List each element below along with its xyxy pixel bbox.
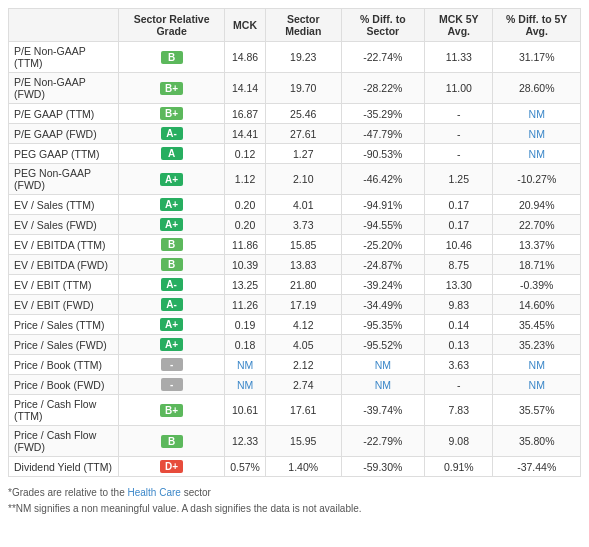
grade-badge: A+ — [160, 338, 183, 351]
grade-badge: A+ — [160, 198, 183, 211]
table-row: P/E GAAP (FWD)A-14.4127.61-47.79%-NM — [9, 124, 581, 144]
grade-cell: - — [119, 355, 225, 375]
metric-name: PEG Non-GAAP (FWD) — [9, 164, 119, 195]
diff-sector: -24.87% — [341, 255, 425, 275]
metric-name: EV / Sales (FWD) — [9, 215, 119, 235]
diff-sector: -22.74% — [341, 42, 425, 73]
diff-sector: -39.74% — [341, 395, 425, 426]
grade-badge: B — [161, 435, 183, 448]
sector-median: 25.46 — [265, 104, 341, 124]
grade-badge: A- — [161, 298, 183, 311]
diff-sector: -28.22% — [341, 73, 425, 104]
grade-cell: B — [119, 235, 225, 255]
grade-badge: B — [161, 51, 183, 64]
sector-median: 4.12 — [265, 315, 341, 335]
grade-cell: A- — [119, 275, 225, 295]
grade-badge: A- — [161, 127, 183, 140]
mck-5y-avg: 7.83 — [425, 395, 493, 426]
metric-name: Price / Book (FWD) — [9, 375, 119, 395]
diff-5y-avg: 18.71% — [493, 255, 581, 275]
table-row: Dividend Yield (TTM)D+0.57%1.40%-59.30%0… — [9, 457, 581, 477]
grade-badge: B+ — [160, 404, 183, 417]
metric-name: P/E GAAP (FWD) — [9, 124, 119, 144]
mck-5y-avg: 3.63 — [425, 355, 493, 375]
mck-5y-avg: 0.17 — [425, 215, 493, 235]
mck-5y-avg: 10.46 — [425, 235, 493, 255]
grade-cell: B+ — [119, 73, 225, 104]
col-header-mck: MCK — [225, 9, 266, 42]
mck-value: 0.20 — [225, 215, 266, 235]
grade-badge: D+ — [160, 460, 183, 473]
diff-sector: -47.79% — [341, 124, 425, 144]
table-row: EV / EBIT (FWD)A-11.2617.19-34.49%9.8314… — [9, 295, 581, 315]
sector-median: 17.61 — [265, 395, 341, 426]
diff-sector: NM — [341, 375, 425, 395]
sector-median: 1.27 — [265, 144, 341, 164]
table-row: Price / Sales (FWD)A+0.184.05-95.52%0.13… — [9, 335, 581, 355]
table-row: EV / EBITDA (FWD)B10.3913.83-24.87%8.751… — [9, 255, 581, 275]
mck-value: 0.20 — [225, 195, 266, 215]
mck-5y-avg: 0.13 — [425, 335, 493, 355]
sector-median: 13.83 — [265, 255, 341, 275]
diff-sector: -90.53% — [341, 144, 425, 164]
diff-5y-avg: 13.37% — [493, 235, 581, 255]
mck-5y-avg: 9.83 — [425, 295, 493, 315]
table-row: EV / EBIT (TTM)A-13.2521.80-39.24%13.30-… — [9, 275, 581, 295]
grade-badge: A+ — [160, 318, 183, 331]
table-row: Price / Cash Flow (FWD)B12.3315.95-22.79… — [9, 426, 581, 457]
table-row: PEG GAAP (TTM)A0.121.27-90.53%-NM — [9, 144, 581, 164]
mck-5y-avg: 8.75 — [425, 255, 493, 275]
diff-5y-avg: 28.60% — [493, 73, 581, 104]
table-row: Price / Book (FWD)-NM2.74NM-NM — [9, 375, 581, 395]
grade-cell: B — [119, 426, 225, 457]
grade-badge: B — [161, 258, 183, 271]
mck-5y-avg: 0.14 — [425, 315, 493, 335]
diff-5y-avg: 20.94% — [493, 195, 581, 215]
diff-sector: -39.24% — [341, 275, 425, 295]
grade-cell: A+ — [119, 335, 225, 355]
metric-name: P/E Non-GAAP (FWD) — [9, 73, 119, 104]
metric-name: Price / Cash Flow (TTM) — [9, 395, 119, 426]
grade-badge: - — [161, 358, 183, 371]
metric-name: EV / EBITDA (FWD) — [9, 255, 119, 275]
valuation-table: Sector Relative Grade MCK Sector Median … — [8, 8, 581, 477]
mck-5y-avg: - — [425, 144, 493, 164]
table-row: Price / Book (TTM)-NM2.12NM3.63NM — [9, 355, 581, 375]
mck-value: NM — [225, 375, 266, 395]
mck-value: 14.14 — [225, 73, 266, 104]
mck-5y-avg: 11.00 — [425, 73, 493, 104]
diff-5y-avg: 35.45% — [493, 315, 581, 335]
sector-median: 17.19 — [265, 295, 341, 315]
diff-sector: -59.30% — [341, 457, 425, 477]
diff-sector: -94.91% — [341, 195, 425, 215]
diff-sector: -35.29% — [341, 104, 425, 124]
diff-5y-avg: -37.44% — [493, 457, 581, 477]
grade-cell: - — [119, 375, 225, 395]
diff-5y-avg: 35.80% — [493, 426, 581, 457]
diff-sector: -95.35% — [341, 315, 425, 335]
mck-value: 13.25 — [225, 275, 266, 295]
col-header-grade: Sector Relative Grade — [119, 9, 225, 42]
mck-value: 0.18 — [225, 335, 266, 355]
sector-median: 3.73 — [265, 215, 341, 235]
grade-badge: A+ — [160, 173, 183, 186]
table-row: EV / Sales (FWD)A+0.203.73-94.55%0.1722.… — [9, 215, 581, 235]
grade-cell: D+ — [119, 457, 225, 477]
grade-cell: B+ — [119, 395, 225, 426]
mck-5y-avg: 11.33 — [425, 42, 493, 73]
mck-value: 10.39 — [225, 255, 266, 275]
sector-median: 21.80 — [265, 275, 341, 295]
diff-5y-avg: 35.23% — [493, 335, 581, 355]
health-care-link[interactable]: Health Care — [128, 487, 181, 498]
diff-5y-avg: 31.17% — [493, 42, 581, 73]
diff-5y-avg: 35.57% — [493, 395, 581, 426]
diff-sector: -94.55% — [341, 215, 425, 235]
metric-name: Price / Sales (FWD) — [9, 335, 119, 355]
diff-5y-avg: 22.70% — [493, 215, 581, 235]
table-row: EV / Sales (TTM)A+0.204.01-94.91%0.1720.… — [9, 195, 581, 215]
table-row: EV / EBITDA (TTM)B11.8615.85-25.20%10.46… — [9, 235, 581, 255]
diff-5y-avg: 14.60% — [493, 295, 581, 315]
diff-5y-avg: NM — [493, 104, 581, 124]
mck-5y-avg: 1.25 — [425, 164, 493, 195]
mck-value: 1.12 — [225, 164, 266, 195]
